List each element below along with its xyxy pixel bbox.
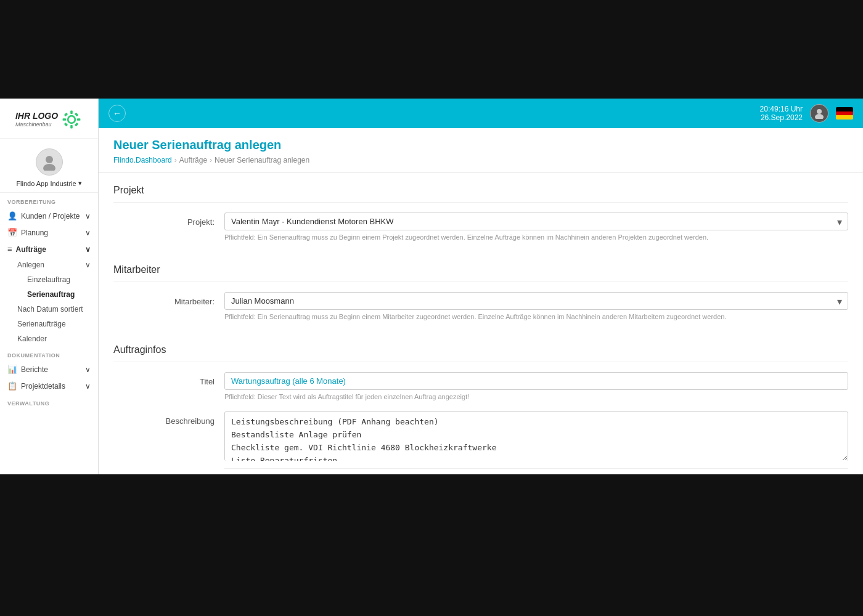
beschreibung-textarea[interactable]: Leistungsbeschreibung (PDF Anhang beacht… — [224, 411, 848, 461]
chevron-down-icon: ∨ — [85, 212, 91, 221]
back-arrow-icon: ← — [113, 108, 121, 118]
projekt-select-wrapper: Valentin Mayr - Kundendienst Motoren BHK… — [224, 213, 848, 230]
projekt-field: Valentin Mayr - Kundendienst Motoren BHK… — [224, 213, 848, 242]
sidebar-sub-anlegen[interactable]: Anlegen ∨ — [0, 257, 98, 272]
sidebar-item-berichte[interactable]: 📊 Berichte ∨ — [0, 361, 98, 378]
nav-avatar-icon — [814, 108, 825, 119]
sidebar-label-planung: Planung — [21, 229, 48, 237]
mitarbeiter-label: Mitarbeiter: — [113, 292, 224, 306]
sidebar-section-dokumentation: DOKUMENTATION — [0, 346, 98, 361]
form-container: Projekt Projekt: Valentin Mayr - Kundend… — [99, 172, 863, 474]
sidebar-logo: IHR LOGO Maschinenbau — [0, 99, 98, 139]
sidebar-sub-nach-datum[interactable]: Nach Datum sortiert — [0, 302, 98, 317]
projekt-label: Projekt: — [113, 213, 224, 227]
svg-rect-7 — [75, 113, 78, 116]
titel-help-text: Pflichtfeld: Dieser Text wird als Auftra… — [224, 392, 848, 402]
user-name-button[interactable]: Flindo App Industrie ▾ — [16, 179, 81, 187]
beschreibung-field: Leistungsbeschreibung (PDF Anhang beacht… — [224, 411, 848, 474]
projekt-select[interactable]: Valentin Mayr - Kundendienst Motoren BHK… — [224, 213, 848, 230]
svg-point-12 — [817, 109, 822, 114]
section-titel-auftraginfos: Auftraginfos — [113, 332, 848, 362]
anlegen-label: Anlegen — [17, 261, 44, 269]
logo-text-line2: Maschinenbau — [15, 121, 58, 128]
breadcrumb-dashboard[interactable]: Flindo.Dashboard — [113, 156, 172, 164]
einzelauftrag-label: Einzelauftrag — [27, 275, 70, 284]
sidebar-section-vorbereitung: VORBEREITUNG — [0, 193, 98, 208]
svg-point-13 — [815, 114, 824, 119]
serienauftrag-label: Serienauftrag — [27, 290, 75, 299]
sidebar-sub-serienauftrag[interactable]: Serienauftrag — [0, 287, 98, 302]
beschreibung-divider — [224, 468, 848, 469]
titel-row: Titel Pflichtfeld: Dieser Text wird als … — [113, 372, 848, 402]
sidebar-item-projektdetails[interactable]: 📋 Projektdetails ∨ — [0, 378, 98, 394]
sidebar: IHR LOGO Maschinenbau — [0, 99, 99, 474]
mitarbeiter-select[interactable]: Julian Moosmann — [224, 292, 848, 310]
sidebar-item-planung[interactable]: 📅 Planung ∨ — [0, 224, 98, 241]
sidebar-item-auftraege[interactable]: ≡ Aufträge ∨ — [0, 241, 98, 257]
beschreibung-row: Beschreibung Leistungsbeschreibung (PDF … — [113, 411, 848, 474]
sidebar-user-section: Flindo App Industrie ▾ — [0, 139, 98, 193]
breadcrumb-auftraege: Aufträge — [179, 156, 207, 164]
chevron-down-icon-4: ∨ — [85, 261, 91, 269]
breadcrumb: Flindo.Dashboard › Aufträge › Neuer Seri… — [113, 156, 848, 164]
avatar-person-icon — [41, 153, 58, 171]
nav-right-section: 20:49:16 Uhr 26.Sep.2022 — [760, 104, 853, 123]
logo-text-line1: IHR LOGO — [15, 111, 58, 121]
titel-field-label: Titel — [113, 372, 224, 386]
chevron-down-icon-5: ∨ — [85, 365, 91, 374]
nav-user-avatar[interactable] — [810, 104, 828, 123]
serienauftraege-label: Serienaufträge — [17, 320, 66, 328]
kalender-label: Kalender — [17, 334, 47, 343]
titel-field: Pflichtfeld: Dieser Text wird als Auftra… — [224, 372, 848, 402]
page-title: Neuer Serienauftrag anlegen — [113, 138, 848, 152]
beschreibung-field-label: Beschreibung — [113, 411, 224, 426]
section-titel-mitarbeiter: Mitarbeiter — [113, 252, 848, 282]
sidebar-sub-einzelauftrag[interactable]: Einzelauftrag — [0, 272, 98, 287]
top-navigation-bar: ← 20:49:16 Uhr 26.Sep.2022 — [99, 99, 863, 128]
mitarbeiter-select-wrapper: Julian Moosmann — [224, 292, 848, 310]
titel-input[interactable] — [224, 372, 848, 390]
sidebar-sub-serienauftraege[interactable]: Serienaufträge — [0, 317, 98, 331]
chevron-down-icon-3: ∨ — [85, 245, 91, 254]
svg-point-10 — [46, 156, 53, 163]
sidebar-label-auftraege: Aufträge — [16, 245, 46, 254]
svg-rect-5 — [77, 118, 80, 121]
breadcrumb-sep-2: › — [210, 156, 212, 164]
language-flag-icon[interactable] — [836, 107, 853, 120]
auftraege-icon: ≡ — [7, 245, 12, 254]
sidebar-section-verwaltung: VERWALTUNG — [0, 394, 98, 409]
berichte-icon: 📊 — [7, 365, 17, 374]
kunden-icon: 👤 — [7, 211, 17, 221]
svg-rect-6 — [64, 113, 68, 116]
projekt-help-text: Pflichtfeld: Ein Serienauftrag muss zu B… — [224, 233, 848, 242]
mitarbeiter-field: Julian Moosmann Pflichtfeld: Ein Seriena… — [224, 292, 848, 322]
svg-rect-3 — [70, 125, 73, 128]
svg-rect-9 — [75, 123, 78, 126]
section-titel-projekt: Projekt — [113, 172, 848, 203]
svg-rect-8 — [64, 123, 68, 126]
user-dropdown-arrow: ▾ — [78, 179, 82, 187]
top-black-bar — [0, 0, 863, 99]
nach-datum-label: Nach Datum sortiert — [17, 305, 83, 314]
page-header: Neuer Serienauftrag anlegen Flindo.Dashb… — [99, 128, 863, 172]
projektdetails-icon: 📋 — [7, 381, 17, 391]
content-area: ← 20:49:16 Uhr 26.Sep.2022 — [99, 99, 863, 474]
chevron-down-icon-2: ∨ — [85, 229, 91, 237]
svg-rect-4 — [63, 118, 66, 121]
back-button[interactable]: ← — [108, 105, 126, 122]
page-content: Neuer Serienauftrag anlegen Flindo.Dashb… — [99, 128, 863, 474]
nav-date-value: 26.Sep.2022 — [760, 113, 803, 122]
projekt-row: Projekt: Valentin Mayr - Kundendienst Mo… — [113, 213, 848, 242]
sidebar-item-kunden[interactable]: 👤 Kunden / Projekte ∨ — [0, 208, 98, 224]
planung-icon: 📅 — [7, 228, 17, 237]
sidebar-label-berichte: Berichte — [21, 365, 48, 374]
breadcrumb-sep-1: › — [174, 156, 177, 164]
svg-point-11 — [43, 164, 55, 171]
mitarbeiter-help-text: Pflichtfeld: Ein Serienauftrag muss zu B… — [224, 312, 848, 322]
sidebar-sub-kalender[interactable]: Kalender — [0, 331, 98, 346]
user-avatar — [36, 148, 63, 176]
breadcrumb-current: Neuer Serienauftrag anlegen — [215, 156, 309, 164]
svg-rect-2 — [70, 111, 73, 114]
sidebar-label-projektdetails: Projektdetails — [21, 382, 65, 391]
user-name-label: Flindo App Industrie — [16, 180, 76, 187]
